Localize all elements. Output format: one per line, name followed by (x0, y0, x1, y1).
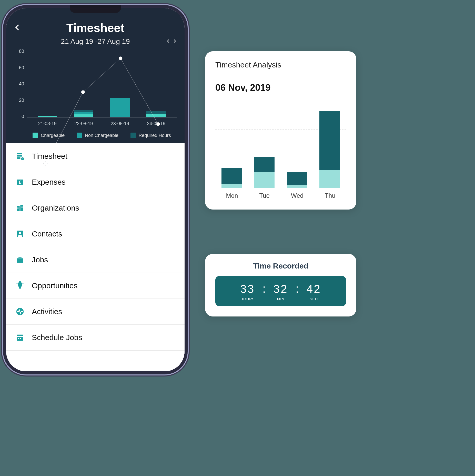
svg-text:£: £ (19, 180, 21, 184)
menu-item-jobs[interactable]: Jobs (6, 247, 185, 273)
phone-frame: Timesheet 21 Aug 19 -27 Aug 19 806040200 (3, 5, 188, 374)
x-tick: 24-08-19 (147, 121, 165, 126)
analysis-bar (221, 146, 242, 188)
analysis-x-tick: Mon (226, 192, 238, 199)
chart-bar (35, 51, 60, 117)
back-icon[interactable] (14, 23, 21, 33)
menu-label: Expenses (32, 178, 66, 186)
menu-item-timesheet[interactable]: Timesheet (6, 143, 185, 169)
date-range: 21 Aug 19 -27 Aug 19 (61, 37, 130, 46)
x-tick: 21-08-19 (38, 121, 57, 126)
timer-sec-label: SEC (310, 297, 318, 301)
timer-min: 32 (274, 283, 288, 295)
analysis-title: Timesheet Analysis (215, 61, 346, 75)
legend-item: Chargeable (33, 133, 65, 138)
svg-rect-13 (20, 338, 21, 339)
menu-item-schedule[interactable]: Schedule Jobs (6, 325, 185, 351)
expenses-icon: £ (15, 177, 25, 187)
menu-label: Timesheet (32, 152, 67, 161)
legend-swatch (77, 133, 82, 138)
svg-point-4 (21, 157, 24, 160)
organizations-icon (15, 203, 25, 213)
chart-bar (143, 51, 169, 117)
menu-item-expenses[interactable]: £Expenses (6, 169, 185, 195)
menu-item-activities[interactable]: Activities (6, 299, 185, 325)
svg-point-8 (19, 232, 21, 234)
chart-bar (107, 51, 133, 117)
jobs-icon (15, 255, 25, 265)
analysis-card: Timesheet Analysis 06 Nov, 2019 MonTueWe… (205, 51, 356, 210)
menu-label: Jobs (32, 255, 48, 264)
timer-card: Time Recorded 33 HOURS : 32 MIN : 42 SEC (205, 254, 356, 316)
menu-label: Schedule Jobs (32, 333, 82, 342)
timesheet-icon (15, 151, 25, 161)
analysis-bar (287, 151, 307, 188)
x-tick: 23-08-19 (111, 121, 129, 126)
phone-screen: Timesheet 21 Aug 19 -27 Aug 19 806040200 (6, 8, 185, 371)
legend-label: Non Chargeable (85, 133, 118, 138)
legend-item: Required Hours (130, 133, 171, 138)
svg-rect-11 (17, 335, 23, 341)
y-tick: 80 (19, 49, 24, 54)
page-title: Timesheet (66, 21, 125, 35)
timer-display: 33 HOURS : 32 MIN : 42 SEC (215, 276, 346, 306)
menu-label: Organizations (32, 204, 79, 212)
menu-item-opportunities[interactable]: Opportunities (6, 273, 185, 299)
menu-item-organizations[interactable]: Organizations (6, 195, 185, 221)
prev-week-icon[interactable] (166, 38, 171, 45)
analysis-bar (319, 106, 340, 188)
svg-rect-9 (19, 287, 21, 289)
schedule-icon (15, 332, 25, 343)
y-tick: 40 (19, 81, 24, 87)
legend-swatch (33, 133, 38, 138)
timer-hours: 33 (240, 283, 255, 295)
analysis-x-tick: Wed (291, 192, 304, 199)
main-menu: Timesheet£ExpensesOrganizationsContactsJ… (6, 143, 185, 371)
menu-label: Contacts (32, 230, 62, 238)
timer-sec: 42 (307, 283, 321, 295)
timer-colon: : (296, 283, 299, 301)
analysis-bar (254, 136, 275, 188)
legend-label: Required Hours (139, 133, 171, 138)
analysis-chart (215, 101, 346, 188)
timer-title: Time Recorded (215, 262, 346, 270)
menu-label: Opportunities (32, 281, 77, 290)
timer-min-label: MIN (277, 297, 285, 301)
legend-swatch (130, 133, 136, 138)
timesheet-header: Timesheet 21 Aug 19 -27 Aug 19 806040200 (6, 8, 185, 143)
timer-hours-label: HOURS (240, 297, 255, 301)
legend-label: Chargeable (41, 133, 65, 138)
menu-item-contacts[interactable]: Contacts (6, 221, 185, 247)
chart-bar (71, 51, 96, 117)
analysis-x-tick: Tue (259, 192, 269, 199)
y-tick: 20 (19, 98, 24, 103)
timesheet-chart: 806040200 21-08-1922-08-1923-08-1924-08-… (14, 51, 177, 138)
timer-colon: : (262, 283, 266, 301)
svg-rect-12 (18, 338, 19, 339)
analysis-date: 06 Nov, 2019 (215, 82, 346, 93)
y-tick: 0 (22, 114, 24, 119)
phone-notch (70, 5, 121, 13)
opportunities-icon (15, 281, 25, 291)
activities-icon (15, 306, 25, 317)
menu-label: Activities (32, 307, 62, 316)
next-week-icon[interactable] (172, 38, 177, 45)
analysis-x-tick: Thu (325, 192, 335, 199)
y-tick: 60 (19, 65, 24, 71)
x-tick: 22-08-19 (74, 121, 93, 126)
contacts-icon (15, 229, 25, 239)
legend-item: Non Chargeable (77, 133, 118, 138)
